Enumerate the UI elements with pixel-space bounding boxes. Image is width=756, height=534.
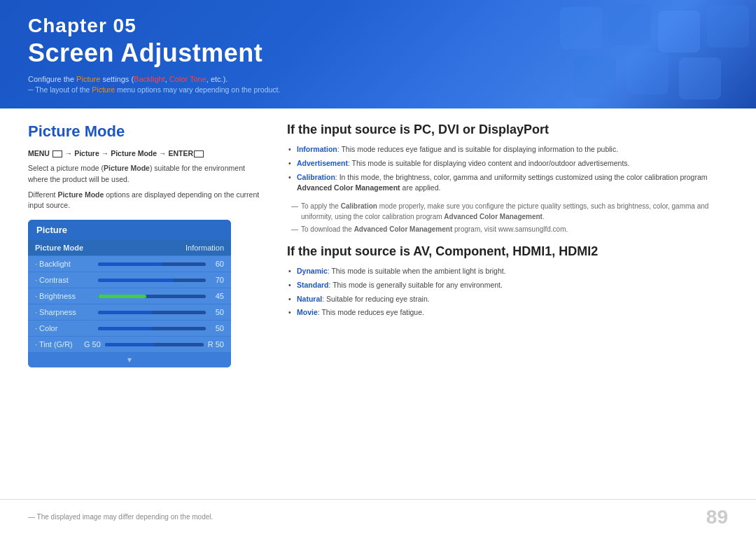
header-desc-2: ─ The layout of the Picture menu options…	[28, 85, 728, 94]
sub-note-2: To download the Advanced Color Managemen…	[287, 224, 728, 234]
footer: The displayed image may differ depending…	[0, 499, 756, 534]
header-banner: Chapter 05 Screen Adjustment Configure t…	[0, 0, 756, 108]
bullet-information: Information: This mode reduces eye fatig…	[287, 144, 728, 155]
bullet-advertisement: Advertisement: This mode is suitable for…	[287, 158, 728, 169]
enter-icon	[194, 150, 204, 157]
picture-ui-down-arrow: ▾	[28, 352, 231, 367]
main-content: Picture Mode MENU → Picture → Picture Mo…	[0, 108, 756, 499]
picture-mode-information-row: Picture Mode Information	[28, 240, 231, 256]
sub-note-1: To apply the Calibration mode properly, …	[287, 201, 728, 222]
brightness-row: · Brightness 45	[28, 288, 231, 304]
picture-mode-value: Information	[186, 244, 224, 252]
menu-path: MENU → Picture → Picture Mode → ENTER	[28, 149, 266, 157]
header-desc-1: Configure the Picture settings (Backligh…	[28, 75, 728, 83]
sharpness-row: · Sharpness 50	[28, 304, 231, 321]
right-column: If the input source is PC, DVI or Displa…	[287, 122, 728, 492]
body-text-2: Different Picture Mode options are displ…	[28, 190, 266, 212]
header-desc: Configure the Picture settings (Backligh…	[28, 75, 728, 94]
section1-title: If the input source is PC, DVI or Displa…	[287, 122, 728, 137]
picture-mode-title: Picture Mode	[28, 122, 266, 141]
body-text-1: Select a picture mode (Picture Mode) sui…	[28, 163, 266, 185]
bullet-movie: Movie: This mode reduces eye fatigue.	[287, 307, 728, 318]
picture-ui-header: Picture	[28, 220, 231, 240]
backlight-row: · Backlight 60	[28, 256, 231, 272]
section2-bullet-list: Dynamic: This mode is suitable when the …	[287, 266, 728, 318]
bullet-dynamic: Dynamic: This mode is suitable when the …	[287, 266, 728, 277]
page-number: 89	[706, 506, 728, 528]
footer-note: The displayed image may differ depending…	[28, 513, 213, 521]
contrast-row: · Contrast 70	[28, 272, 231, 288]
picture-ui-mockup: Picture Picture Mode Information · Backl…	[28, 220, 231, 367]
chapter-subtitle: Screen Adjustment	[28, 38, 728, 68]
menu-icon	[52, 150, 62, 157]
bullet-natural: Natural: Suitable for reducing eye strai…	[287, 294, 728, 305]
section1-bullet-list: Information: This mode reduces eye fatig…	[287, 144, 728, 194]
bullet-calibration: Calibration: In this mode, the brightnes…	[287, 172, 728, 195]
bullet-standard: Standard: This mode is generally suitabl…	[287, 280, 728, 291]
color-row: · Color 50	[28, 321, 231, 337]
section2-title: If the input source is AV, Component, HD…	[287, 244, 728, 259]
picture-mode-label: Picture Mode	[35, 244, 186, 252]
chapter-label: Chapter 05	[28, 15, 728, 37]
left-column: Picture Mode MENU → Picture → Picture Mo…	[28, 122, 266, 492]
tint-row: · Tint (G/R) G 50 R 50	[28, 337, 231, 352]
